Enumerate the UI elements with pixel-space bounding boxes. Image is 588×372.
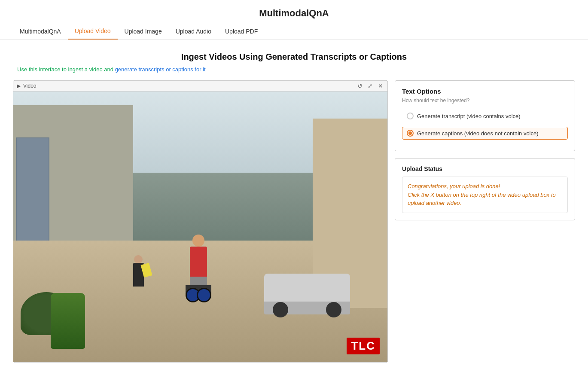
- video-panel: ▶ Video ↺ ⤢ ✕: [13, 80, 388, 363]
- segway-person: [186, 242, 211, 302]
- text-options-title: Text Options: [402, 88, 568, 95]
- car-wheel-right: [326, 302, 341, 317]
- car-wheel-left: [273, 302, 288, 317]
- person-head: [192, 235, 204, 247]
- description-link[interactable]: generate transcripts or captions for it: [115, 66, 206, 73]
- status-line2: Click the X button on the top right of t…: [408, 192, 556, 207]
- main-content: ▶ Video ↺ ⤢ ✕: [0, 77, 588, 371]
- text-options-card: Text Options How should text be ingested…: [395, 80, 575, 151]
- main-nav: MultimodalQnA Upload Video Upload Image …: [0, 23, 588, 40]
- video-panel-header-left: ▶ Video: [17, 83, 36, 89]
- status-line1: Congratulations, your upload is done!: [408, 183, 500, 189]
- other-person-head: [134, 255, 143, 264]
- upload-status-card: Upload Status Congratulations, your uplo…: [395, 158, 575, 220]
- transcript-radio[interactable]: [407, 113, 414, 119]
- transcript-label: Generate transcript (video contains voic…: [417, 113, 521, 119]
- text-options-subtitle: How should text be ingested?: [402, 98, 568, 104]
- nav-item-multimodal-qna[interactable]: MultimodalQnA: [13, 24, 68, 39]
- nav-item-upload-pdf[interactable]: Upload PDF: [218, 24, 265, 39]
- video-panel-header: ▶ Video ↺ ⤢ ✕: [13, 81, 387, 91]
- video-panel-header-right: ↺ ⤢ ✕: [356, 82, 384, 89]
- plant-2: [51, 293, 85, 349]
- tlc-logo: TLC: [347, 338, 380, 354]
- refresh-button[interactable]: ↺: [356, 82, 363, 89]
- other-person: [133, 255, 144, 287]
- close-button[interactable]: ✕: [377, 82, 384, 89]
- upload-status-message: Congratulations, your upload is done! Cl…: [402, 177, 568, 213]
- nav-item-upload-audio[interactable]: Upload Audio: [169, 24, 218, 39]
- car: [264, 274, 350, 308]
- captions-radio[interactable]: [407, 130, 414, 137]
- nav-item-upload-image[interactable]: Upload Image: [118, 24, 169, 39]
- person-body: [190, 247, 207, 277]
- captions-option[interactable]: Generate captions (video does not contai…: [402, 127, 568, 140]
- captions-label: Generate captions (video does not contai…: [417, 130, 539, 137]
- video-thumbnail: TLC: [13, 91, 387, 362]
- other-person-body: [133, 263, 144, 287]
- app-title: MultimodalQnA: [0, 0, 588, 23]
- page-subtitle: Ingest Videos Using Generated Transcript…: [0, 52, 588, 62]
- transcript-option[interactable]: Generate transcript (video contains voic…: [402, 110, 568, 122]
- expand-button[interactable]: ⤢: [367, 82, 374, 89]
- segway-wheel-right: [197, 288, 211, 302]
- upload-status-title: Upload Status: [402, 165, 568, 172]
- right-panel: Text Options How should text be ingested…: [395, 80, 575, 363]
- description-prefix: Use this interface to ingest a video and: [17, 66, 115, 73]
- page-description: Use this interface to ingest a video and…: [0, 66, 588, 77]
- video-scene: TLC: [13, 91, 387, 362]
- video-icon: ▶: [17, 83, 21, 89]
- nav-item-upload-video[interactable]: Upload Video: [68, 23, 118, 40]
- video-label: Video: [23, 83, 36, 89]
